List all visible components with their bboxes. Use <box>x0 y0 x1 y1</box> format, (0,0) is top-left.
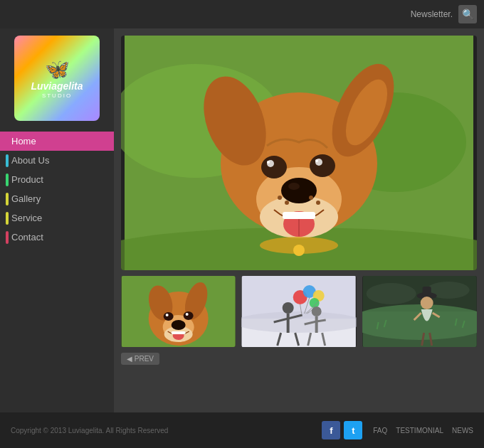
svg-point-42 <box>241 311 356 333</box>
svg-point-37 <box>172 320 186 330</box>
svg-point-25 <box>309 196 313 200</box>
svg-rect-20 <box>283 212 315 219</box>
svg-rect-69 <box>422 287 431 297</box>
nav-accent-contact <box>6 231 9 244</box>
footer-link-faq[interactable]: FAQ <box>373 427 387 434</box>
thumbnail-2[interactable] <box>241 276 356 347</box>
copyright-text: Copyright © 2013 Luviagelita. All Rights… <box>11 427 168 434</box>
logo-sub: STUDIO <box>42 92 72 99</box>
svg-point-22 <box>293 245 305 256</box>
svg-point-35 <box>166 314 169 316</box>
controls-row: ◀ PREV <box>121 353 477 365</box>
navigation: Home About Us Product Gallery Service Co… <box>0 132 114 247</box>
svg-point-67 <box>362 304 477 340</box>
nav-accent-service <box>6 212 9 225</box>
svg-point-34 <box>184 311 194 320</box>
nav-item-gallery[interactable]: Gallery <box>0 189 114 208</box>
thumbnail-1[interactable] <box>121 276 236 347</box>
twitter-icon: t <box>352 425 354 436</box>
svg-point-14 <box>267 161 270 164</box>
svg-point-10 <box>261 156 287 178</box>
twitter-button[interactable]: t <box>344 421 362 439</box>
svg-point-57 <box>312 306 322 316</box>
layout: 🦋 Luviagelita STUDIO Home About Us Produ… <box>0 28 484 412</box>
footer-links: FAQ TESTIMONIAL NEWS <box>373 427 473 434</box>
svg-point-65 <box>366 283 416 304</box>
svg-point-24 <box>285 201 289 205</box>
facebook-button[interactable]: f <box>322 421 340 439</box>
svg-point-15 <box>315 159 318 162</box>
svg-point-43 <box>283 302 294 314</box>
svg-point-33 <box>164 312 174 321</box>
svg-point-17 <box>288 183 300 190</box>
thumbnail-strip <box>121 276 477 347</box>
logo: 🦋 Luviagelita STUDIO <box>14 36 100 121</box>
svg-point-26 <box>316 201 320 205</box>
svg-rect-39 <box>172 331 186 334</box>
facebook-icon: f <box>330 425 332 436</box>
main-dog-image <box>121 36 477 270</box>
main-content: ◀ PREV <box>114 28 484 412</box>
nav-item-about[interactable]: About Us <box>0 151 114 170</box>
svg-point-52 <box>310 298 320 308</box>
sidebar: 🦋 Luviagelita STUDIO Home About Us Produ… <box>0 28 114 412</box>
nav-item-service[interactable]: Service <box>0 208 114 228</box>
header: Newsletter. 🔍 <box>0 0 484 28</box>
svg-line-60 <box>317 320 326 321</box>
nav-accent-product <box>6 174 9 186</box>
social-icons: f t <box>322 421 362 439</box>
nav-item-home[interactable]: Home <box>0 132 114 151</box>
footer-link-testimonial[interactable]: TESTIMONIAL <box>396 427 443 434</box>
svg-point-23 <box>278 196 282 200</box>
nav-accent-gallery <box>6 193 9 206</box>
svg-point-70 <box>420 297 433 309</box>
footer: Copyright © 2013 Luviagelita. All Rights… <box>0 412 484 448</box>
search-button[interactable]: 🔍 <box>458 5 477 23</box>
svg-point-36 <box>186 313 189 316</box>
newsletter-text: Newsletter. <box>411 9 453 19</box>
svg-point-11 <box>310 154 335 177</box>
logo-icon: 🦋 <box>45 58 70 81</box>
nav-item-contact[interactable]: Contact <box>0 228 114 247</box>
logo-name: Luviagelita <box>31 81 83 92</box>
prev-button[interactable]: ◀ PREV <box>121 353 159 365</box>
main-image-area <box>121 36 477 270</box>
nav-accent-about <box>6 154 9 167</box>
thumbnail-3[interactable] <box>362 276 477 347</box>
search-icon: 🔍 <box>462 9 474 20</box>
footer-link-news[interactable]: NEWS <box>452 427 473 434</box>
nav-item-product[interactable]: Product <box>0 170 114 189</box>
